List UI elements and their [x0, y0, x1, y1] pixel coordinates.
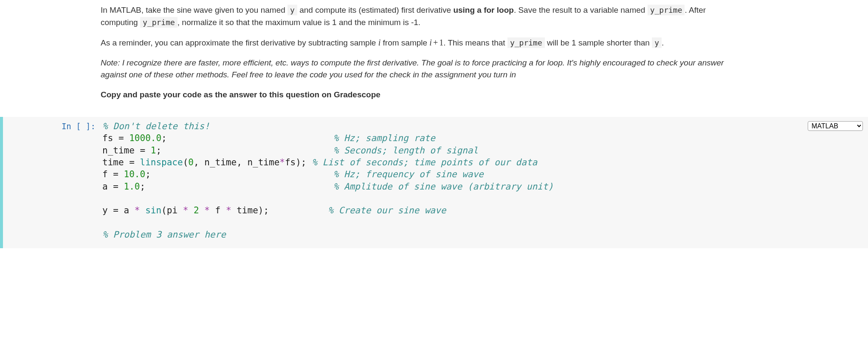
code-operator: *: [204, 205, 210, 215]
code-comment: % Hz; sampling rate: [333, 133, 435, 143]
code-number: 1: [151, 145, 156, 156]
code-function: linspace: [140, 157, 183, 167]
code-text: [188, 205, 194, 215]
text: . Save the result to a variable named: [514, 6, 648, 14]
code-cell[interactable]: In [ ]: MATLAB% Don't delete this! fs = …: [0, 117, 868, 248]
cell-prompt-area: In [ ]:: [3, 117, 101, 248]
text: .: [662, 38, 664, 47]
inline-code-yprime: y_prime: [140, 17, 178, 28]
text: , normalize it so that the maximum value…: [178, 18, 420, 27]
code-text: f: [210, 205, 226, 215]
text: from sample: [380, 38, 429, 47]
inline-code-y: y: [652, 37, 662, 48]
code-text: y = a: [102, 205, 135, 215]
code-text: time);: [231, 205, 328, 215]
code-number: 1000.0: [129, 133, 161, 143]
code-comment: % Don't delete this!: [102, 121, 210, 131]
code-operator: *: [279, 157, 285, 167]
code-comment: % Problem 3 answer here: [102, 230, 226, 240]
cell-prompt-label: In [ ]:: [62, 120, 96, 133]
code-operator: *: [183, 205, 189, 215]
code-text: ;: [140, 181, 333, 192]
code-text: [140, 205, 146, 215]
inline-code-yprime: y_prime: [648, 5, 685, 15]
code-number: 1.0: [124, 181, 140, 192]
text: In MATLAB, take the sine wave given to y…: [101, 6, 287, 14]
bold-instruction: Copy and paste your code as the answer t…: [101, 90, 380, 99]
code-text: ;: [156, 145, 333, 156]
code-text: f =: [102, 169, 124, 179]
page-container: In MATLAB, take the sine wave given to y…: [0, 0, 868, 248]
code-text: fs);: [285, 157, 312, 167]
math-number: 1: [439, 38, 443, 47]
paragraph-2: As a reminder, you can approximate the f…: [101, 36, 743, 49]
code-number: 0: [188, 157, 194, 167]
code-comment: % Create our sine wave: [328, 205, 446, 215]
code-text: time =: [102, 157, 140, 167]
italic-note: Note: I recognize there are faster, more…: [101, 58, 724, 79]
text: As a reminder, you can approximate the f…: [101, 38, 378, 47]
paragraph-4-instruction: Copy and paste your code as the answer t…: [101, 89, 743, 101]
problem-description: In MATLAB, take the sine wave given to y…: [0, 0, 743, 117]
code-number: 10.0: [124, 169, 146, 179]
code-comment: % Amplitude of sine wave (arbitrary unit…: [333, 181, 553, 192]
code-number: 2: [194, 205, 199, 215]
code-operator: *: [226, 205, 231, 215]
code-text: ;: [161, 133, 333, 143]
code-text: [199, 205, 205, 215]
text: will be 1 sample shorter than: [545, 38, 652, 47]
paragraph-1: In MATLAB, take the sine wave given to y…: [101, 4, 743, 28]
code-comment: % List of seconds; time points of our da…: [312, 157, 537, 167]
math-plus: +: [432, 38, 439, 47]
code-text: (: [183, 157, 189, 167]
code-text: a =: [102, 181, 124, 192]
code-operator: *: [135, 205, 140, 215]
text: and compute its (estimated) first deriva…: [297, 6, 453, 14]
code-text: (pi: [161, 205, 183, 215]
code-comment: % Hz; frequency of sine wave: [333, 169, 484, 179]
code-text: n_time =: [102, 145, 151, 156]
code-text: ;: [145, 169, 333, 179]
text: . This means that: [443, 38, 507, 47]
code-text: fs =: [102, 133, 129, 143]
paragraph-3-note: Note: I recognize there are faster, more…: [101, 57, 743, 81]
code-comment: % Seconds; length of signal: [333, 145, 478, 156]
code-text: , n_time, n_time: [194, 157, 279, 167]
code-function: sin: [145, 205, 161, 215]
inline-code-yprime: y_prime: [507, 37, 545, 48]
kernel-dropdown[interactable]: MATLAB: [808, 121, 863, 131]
code-editor[interactable]: MATLAB% Don't delete this! fs = 1000.0; …: [101, 117, 868, 248]
kernel-selector[interactable]: MATLAB: [808, 119, 863, 131]
inline-code-y: y: [287, 5, 297, 15]
bold-text: using a for loop: [453, 6, 514, 14]
